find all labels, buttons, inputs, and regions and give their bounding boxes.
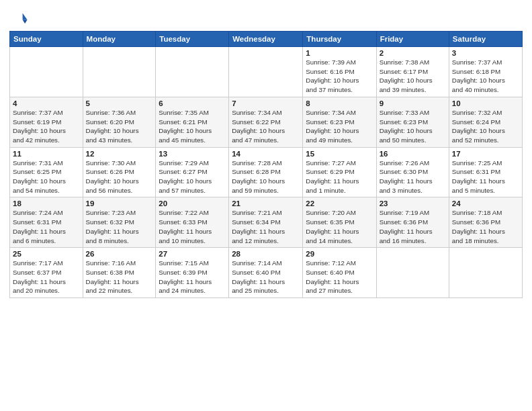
calendar-cell: 2Sunrise: 7:38 AM Sunset: 6:17 PM Daylig…: [376, 47, 449, 97]
calendar-cell: 18Sunrise: 7:24 AM Sunset: 6:31 PM Dayli…: [10, 197, 83, 248]
day-number: 16: [380, 150, 446, 158]
calendar-week-3: 11Sunrise: 7:31 AM Sunset: 6:25 PM Dayli…: [10, 147, 523, 197]
header: [9, 7, 523, 28]
day-detail: Sunrise: 7:22 AM Sunset: 6:33 PM Dayligh…: [159, 208, 226, 245]
calendar-cell: [156, 47, 229, 97]
day-number: 11: [13, 150, 80, 158]
day-number: 1: [306, 49, 373, 57]
day-detail: Sunrise: 7:19 AM Sunset: 6:36 PM Dayligh…: [380, 208, 446, 245]
day-detail: Sunrise: 7:27 AM Sunset: 6:29 PM Dayligh…: [306, 158, 373, 195]
calendar-cell: [229, 47, 303, 97]
svg-marker-1: [23, 19, 28, 24]
calendar-cell: 17Sunrise: 7:25 AM Sunset: 6:31 PM Dayli…: [449, 147, 522, 197]
calendar-cell: 1Sunrise: 7:39 AM Sunset: 6:16 PM Daylig…: [303, 47, 376, 97]
col-header-friday: Friday: [376, 32, 449, 47]
calendar-cell: 8Sunrise: 7:34 AM Sunset: 6:23 PM Daylig…: [303, 97, 376, 147]
calendar-cell: [83, 47, 156, 97]
day-detail: Sunrise: 7:35 AM Sunset: 6:21 PM Dayligh…: [159, 108, 226, 145]
calendar-cell: [10, 47, 83, 97]
calendar-cell: 27Sunrise: 7:15 AM Sunset: 6:39 PM Dayli…: [156, 248, 229, 298]
calendar-cell: 16Sunrise: 7:26 AM Sunset: 6:30 PM Dayli…: [376, 147, 449, 197]
day-detail: Sunrise: 7:37 AM Sunset: 6:18 PM Dayligh…: [452, 58, 519, 95]
calendar-cell: 6Sunrise: 7:35 AM Sunset: 6:21 PM Daylig…: [156, 97, 229, 147]
calendar-cell: 23Sunrise: 7:19 AM Sunset: 6:36 PM Dayli…: [376, 197, 449, 248]
day-detail: Sunrise: 7:15 AM Sunset: 6:39 PM Dayligh…: [159, 259, 226, 295]
calendar-header-row: SundayMondayTuesdayWednesdayThursdayFrid…: [10, 32, 523, 47]
logo: [9, 9, 30, 28]
day-number: 9: [380, 99, 446, 107]
day-detail: Sunrise: 7:18 AM Sunset: 6:36 PM Dayligh…: [452, 208, 519, 245]
day-detail: Sunrise: 7:34 AM Sunset: 6:23 PM Dayligh…: [306, 108, 373, 145]
calendar-week-4: 18Sunrise: 7:24 AM Sunset: 6:31 PM Dayli…: [10, 197, 523, 248]
day-detail: Sunrise: 7:23 AM Sunset: 6:32 PM Dayligh…: [86, 208, 153, 245]
calendar-cell: 15Sunrise: 7:27 AM Sunset: 6:29 PM Dayli…: [303, 147, 376, 197]
day-number: 13: [159, 150, 226, 158]
day-detail: Sunrise: 7:31 AM Sunset: 6:25 PM Dayligh…: [13, 158, 80, 195]
day-number: 20: [159, 199, 226, 208]
calendar-cell: 21Sunrise: 7:21 AM Sunset: 6:34 PM Dayli…: [229, 197, 303, 248]
day-detail: Sunrise: 7:38 AM Sunset: 6:17 PM Dayligh…: [380, 58, 446, 95]
day-number: 21: [232, 199, 300, 208]
calendar-cell: [449, 248, 522, 298]
day-number: 25: [13, 250, 80, 258]
day-detail: Sunrise: 7:12 AM Sunset: 6:40 PM Dayligh…: [306, 259, 373, 295]
col-header-thursday: Thursday: [303, 32, 376, 47]
day-detail: Sunrise: 7:36 AM Sunset: 6:20 PM Dayligh…: [86, 108, 153, 145]
day-number: 4: [13, 99, 80, 107]
day-detail: Sunrise: 7:16 AM Sunset: 6:38 PM Dayligh…: [86, 259, 153, 295]
day-number: 14: [232, 150, 300, 158]
calendar-cell: 3Sunrise: 7:37 AM Sunset: 6:18 PM Daylig…: [449, 47, 522, 97]
calendar-cell: 28Sunrise: 7:14 AM Sunset: 6:40 PM Dayli…: [229, 248, 303, 298]
calendar-cell: 4Sunrise: 7:37 AM Sunset: 6:19 PM Daylig…: [10, 97, 83, 147]
calendar-cell: 12Sunrise: 7:30 AM Sunset: 6:26 PM Dayli…: [83, 147, 156, 197]
day-number: 29: [306, 250, 373, 258]
col-header-saturday: Saturday: [449, 32, 522, 47]
calendar-cell: 20Sunrise: 7:22 AM Sunset: 6:33 PM Dayli…: [156, 197, 229, 248]
day-detail: Sunrise: 7:26 AM Sunset: 6:30 PM Dayligh…: [380, 158, 446, 195]
day-number: 22: [306, 199, 373, 208]
calendar-cell: 7Sunrise: 7:34 AM Sunset: 6:22 PM Daylig…: [229, 97, 303, 147]
calendar-cell: 14Sunrise: 7:28 AM Sunset: 6:28 PM Dayli…: [229, 147, 303, 197]
day-detail: Sunrise: 7:17 AM Sunset: 6:37 PM Dayligh…: [13, 259, 80, 295]
calendar-cell: 10Sunrise: 7:32 AM Sunset: 6:24 PM Dayli…: [449, 97, 522, 147]
day-number: 24: [452, 199, 519, 208]
day-detail: Sunrise: 7:21 AM Sunset: 6:34 PM Dayligh…: [232, 208, 300, 245]
calendar-cell: 29Sunrise: 7:12 AM Sunset: 6:40 PM Dayli…: [303, 248, 376, 298]
calendar-cell: 24Sunrise: 7:18 AM Sunset: 6:36 PM Dayli…: [449, 197, 522, 248]
day-detail: Sunrise: 7:30 AM Sunset: 6:26 PM Dayligh…: [86, 158, 153, 195]
day-detail: Sunrise: 7:29 AM Sunset: 6:27 PM Dayligh…: [159, 158, 226, 195]
day-detail: Sunrise: 7:32 AM Sunset: 6:24 PM Dayligh…: [452, 108, 519, 145]
day-number: 23: [380, 199, 446, 208]
day-number: 26: [86, 250, 153, 258]
col-header-sunday: Sunday: [10, 32, 83, 47]
calendar-cell: 9Sunrise: 7:33 AM Sunset: 6:23 PM Daylig…: [376, 97, 449, 147]
calendar-cell: 22Sunrise: 7:20 AM Sunset: 6:35 PM Dayli…: [303, 197, 376, 248]
day-detail: Sunrise: 7:20 AM Sunset: 6:35 PM Dayligh…: [306, 208, 373, 245]
day-number: 28: [232, 250, 300, 258]
day-number: 17: [452, 150, 519, 158]
day-number: 3: [452, 49, 519, 57]
day-detail: Sunrise: 7:28 AM Sunset: 6:28 PM Dayligh…: [232, 158, 300, 195]
day-number: 10: [452, 99, 519, 107]
day-number: 7: [232, 99, 300, 107]
calendar-cell: 5Sunrise: 7:36 AM Sunset: 6:20 PM Daylig…: [83, 97, 156, 147]
calendar-cell: 11Sunrise: 7:31 AM Sunset: 6:25 PM Dayli…: [10, 147, 83, 197]
calendar-week-2: 4Sunrise: 7:37 AM Sunset: 6:19 PM Daylig…: [10, 97, 523, 147]
col-header-wednesday: Wednesday: [229, 32, 303, 47]
calendar-cell: 19Sunrise: 7:23 AM Sunset: 6:32 PM Dayli…: [83, 197, 156, 248]
calendar-cell: [376, 248, 449, 298]
day-number: 12: [86, 150, 153, 158]
day-detail: Sunrise: 7:24 AM Sunset: 6:31 PM Dayligh…: [13, 208, 80, 245]
svg-marker-0: [23, 13, 28, 20]
calendar-cell: 13Sunrise: 7:29 AM Sunset: 6:27 PM Dayli…: [156, 147, 229, 197]
day-number: 8: [306, 99, 373, 107]
calendar-cell: 26Sunrise: 7:16 AM Sunset: 6:38 PM Dayli…: [83, 248, 156, 298]
day-detail: Sunrise: 7:34 AM Sunset: 6:22 PM Dayligh…: [232, 108, 300, 145]
calendar-table: SundayMondayTuesdayWednesdayThursdayFrid…: [9, 31, 523, 298]
calendar-week-5: 25Sunrise: 7:17 AM Sunset: 6:37 PM Dayli…: [10, 248, 523, 298]
day-detail: Sunrise: 7:33 AM Sunset: 6:23 PM Dayligh…: [380, 108, 446, 145]
col-header-tuesday: Tuesday: [156, 32, 229, 47]
logo-icon: [9, 9, 28, 28]
day-number: 27: [159, 250, 226, 258]
day-number: 19: [86, 199, 153, 208]
